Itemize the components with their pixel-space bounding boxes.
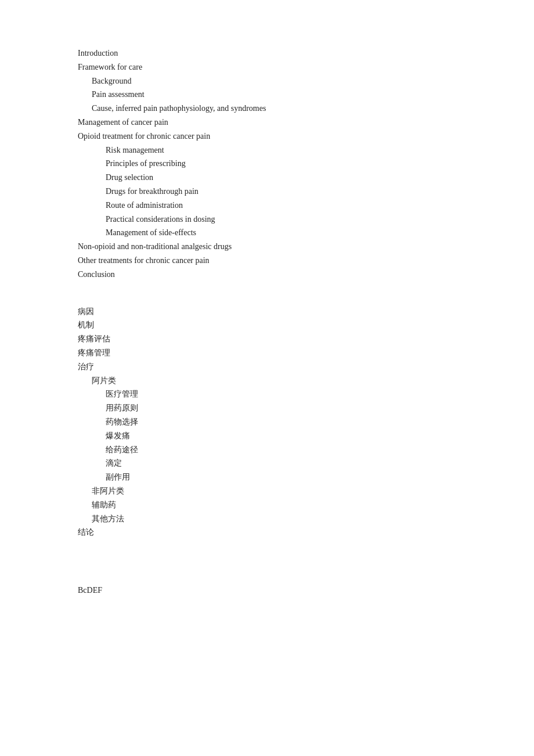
toc-item-qita-fangfa[interactable]: 其他方法	[78, 512, 456, 526]
toc-item-yongyao-yuanze[interactable]: 用药原则	[78, 401, 456, 415]
toc-item-management-side-effects[interactable]: Management of side-eff​ects	[78, 226, 456, 240]
toc-item-conclusion[interactable]: Conclusion	[78, 268, 456, 282]
toc-item-yaowu-xuanze[interactable]: 药物选择	[78, 415, 456, 429]
toc-item-background[interactable]: Background	[78, 74, 456, 88]
toc-item-bingyin[interactable]: 病因	[78, 305, 456, 319]
toc-item-non-opioid[interactable]: Non-opioid and non-traditional analgesic…	[78, 240, 456, 254]
toc-item-framework[interactable]: Framework for care	[78, 60, 456, 74]
toc-item-gei-yao-tujing[interactable]: 给药途径	[78, 443, 456, 457]
toc-item-drug-selection[interactable]: Drug selection	[78, 171, 456, 185]
toc-item-tengtong-pinggu[interactable]: 疼痛评估	[78, 332, 456, 346]
toc-item-fuzuoyong[interactable]: 副作用	[78, 470, 456, 484]
toc-item-other-treatments[interactable]: Other treatments for chronic cancer pain	[78, 254, 456, 268]
toc-item-jizhi[interactable]: 机制	[78, 318, 456, 332]
toc-item-management-cancer-pain[interactable]: Management of cancer pain	[78, 116, 456, 129]
toc-item-drugs-breakthrough[interactable]: Drugs for breakthrough pain	[78, 185, 456, 199]
toc-item-diding[interactable]: 滴定	[78, 456, 456, 470]
toc-item-jielun[interactable]: 结论	[78, 525, 456, 539]
toc-container: Introduction Framework for care Backgrou…	[78, 46, 456, 595]
toc-item-introduction[interactable]: Introduction	[78, 46, 456, 60]
toc-item-route-administration[interactable]: Route of administration	[78, 199, 456, 213]
chinese-toc: 病因 机制 疼痛评估 疼痛管理 治疗 阿片类 医疗管理 用药原则 药物选择 爆发…	[78, 305, 456, 540]
toc-item-zhiliao[interactable]: 治疗	[78, 360, 456, 374]
toc-item-principles-prescribing[interactable]: Principles of prescribing	[78, 157, 456, 171]
toc-item-opioid-treatment[interactable]: Opioid treatment for chronic cancer pain	[78, 129, 456, 143]
toc-item-yiliao-guanli[interactable]: 医疗管理	[78, 387, 456, 401]
toc-item-risk-management[interactable]: Risk management	[78, 143, 456, 157]
toc-item-fei-apian-lei[interactable]: 非阿片类	[78, 484, 456, 498]
toc-item-pain-assessment[interactable]: Pain assessment	[78, 88, 456, 102]
toc-item-tengtong-guanli[interactable]: 疼痛管理	[78, 346, 456, 360]
bcdef-label: BcDEF	[78, 586, 102, 595]
bcdef-section: BcDEF	[78, 586, 456, 595]
toc-item-cause-inferred[interactable]: Cause, inferred pain pathophysiology, an…	[78, 102, 456, 116]
toc-item-apian-lei[interactable]: 阿片类	[78, 374, 456, 388]
toc-item-practical-considerations[interactable]: Practical considerations in dosing	[78, 213, 456, 226]
toc-item-fuzhu-yao[interactable]: 辅助药	[78, 498, 456, 512]
toc-item-baofatong[interactable]: 爆发痛	[78, 429, 456, 443]
